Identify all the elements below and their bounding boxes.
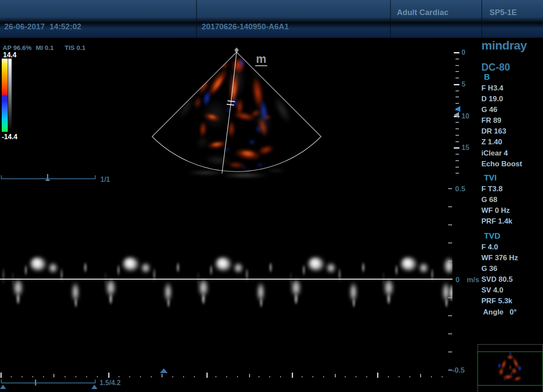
spectral-blob [293, 291, 299, 307]
velocity-tick [448, 188, 452, 189]
time-tick-dot [431, 376, 432, 377]
time-tick-dot [366, 376, 367, 377]
depth-tick [456, 154, 459, 155]
sweep-bar-right-cap [95, 380, 96, 383]
time-tick-dot [151, 376, 152, 377]
doppler-cursor-line[interactable] [222, 52, 237, 174]
velocity-min-label: -0.5 [452, 366, 465, 375]
depth-label: 0 [462, 49, 465, 56]
time-tick-medium [420, 374, 421, 377]
depth-tick [454, 147, 459, 149]
thumbnail-image[interactable] [477, 352, 543, 386]
velocity-tick [448, 206, 452, 207]
depth-tick [454, 84, 459, 85]
cine-progress-bar[interactable] [1, 178, 96, 179]
ultrasound-screen: 26-06-2017 14:52:02 20170626-140950-A6A1… [0, 0, 543, 392]
param-item: SV 4.0 [481, 285, 543, 296]
time-tick-dot [65, 376, 66, 377]
velocity-tick [448, 352, 452, 352]
spectral-baseline[interactable] [0, 279, 452, 280]
time-tick-dot [312, 376, 313, 377]
spectral-blob [418, 261, 430, 275]
cine-frame-counter: 1/1 [100, 176, 110, 184]
time-cursor-triangle[interactable] [160, 368, 168, 373]
param-item: F 4.0 [481, 242, 543, 252]
time-tick-dot [259, 376, 259, 377]
thumbnail-doppler-blob [508, 364, 512, 371]
cine-bar-right-cap [95, 175, 96, 179]
time-tick-dot [237, 376, 238, 377]
velocity-tick [448, 224, 452, 225]
spectral-blob [268, 260, 273, 275]
cine-position-marker[interactable] [47, 174, 48, 180]
depth-tick [456, 96, 459, 97]
time-tick-dot [86, 376, 87, 377]
time-tick-dot [356, 376, 356, 377]
velocity-tick [448, 333, 452, 334]
velocity-tick [448, 370, 452, 370]
spectral-blob [215, 256, 229, 269]
velocity-max-label: 0.5 [455, 185, 465, 193]
thumbnail-doppler-blob [497, 362, 502, 369]
param-item: WF 0 Hz [481, 205, 543, 216]
time-tick-dot [302, 376, 303, 377]
spectral-blob [259, 296, 263, 310]
param-item: Angle 0° [481, 307, 543, 317]
time-tick-dot [129, 376, 130, 377]
velocity-unit-label: m/s [467, 276, 479, 284]
sweep-scale-bar[interactable] [1, 383, 96, 383]
time-tick-major [0, 373, 2, 378]
focus-marker-arrow-secondary[interactable] [454, 112, 459, 118]
param-item: PRF 5.3k [481, 296, 543, 306]
time-tick-dot [280, 376, 281, 377]
sweep-speed-label: 1.5/4.2 [100, 379, 121, 387]
param-item: WF 376 Hz [481, 252, 543, 263]
depth-label: 15 [462, 144, 469, 152]
thumbnail-doppler-blob [510, 372, 513, 375]
param-item: Echo Boost [481, 159, 543, 169]
time-tick-dot [323, 376, 324, 377]
depth-label: 10 [462, 112, 469, 120]
param-item: D 19.0 [481, 93, 543, 104]
time-tick-medium [335, 374, 336, 377]
time-tick-dot [32, 376, 33, 377]
time-tick-major [377, 373, 378, 378]
spectral-blob [176, 260, 180, 275]
velocity-zero-label: 0 [456, 276, 459, 284]
param-item: SVD 80.5 [481, 274, 543, 285]
sweep-right-triangle[interactable] [91, 385, 97, 389]
time-tick-dot [409, 376, 410, 377]
time-tick-dot [442, 376, 443, 377]
spectral-blob [122, 256, 136, 269]
sweep-left-triangle[interactable] [0, 385, 6, 389]
param-section-tvd: TVDF 4.0WF 376 HzG 36SVD 80.5SV 4.0PRF 5… [481, 230, 543, 317]
depth-tick [456, 160, 459, 161]
param-item: Z 1.40 [481, 137, 543, 147]
sample-gate-upper[interactable] [228, 101, 235, 102]
spectral-blob [361, 260, 365, 275]
param-item: G 68 [481, 194, 543, 205]
time-tick-dot [215, 376, 216, 377]
depth-tick [456, 141, 459, 142]
param-section-tvi: TVIF T3.8G 68WF 0 HzPRF 1.4k [481, 172, 543, 227]
time-tick-dot [140, 376, 141, 377]
spectral-blob [153, 265, 156, 284]
sample-gate-lower[interactable] [227, 104, 234, 105]
sector-outline [152, 52, 321, 171]
sweep-position-marker[interactable] [35, 380, 36, 386]
thumbnail-doppler-blob [517, 364, 522, 372]
mindray-logo: mindray [481, 39, 527, 53]
depth-tick [456, 135, 459, 136]
cine-position-marker-foot [46, 180, 50, 181]
time-tick-dot [194, 376, 195, 377]
velocity-tick [448, 315, 452, 316]
spectral-blob [30, 256, 44, 269]
spectral-doppler-trace[interactable] [0, 185, 452, 377]
spectral-blob [431, 265, 434, 284]
time-tick-dot [75, 376, 76, 377]
depth-tick [456, 59, 459, 59]
focus-marker-arrow[interactable] [455, 106, 460, 112]
depth-tick [456, 167, 459, 168]
time-tick-dot [183, 376, 184, 377]
time-tick-dot [119, 376, 119, 377]
